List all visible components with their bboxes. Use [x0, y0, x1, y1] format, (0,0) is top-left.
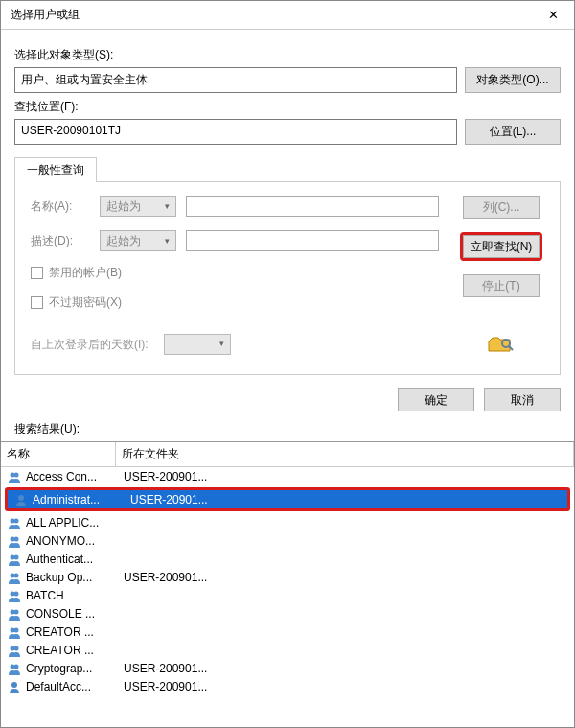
group-icon	[7, 662, 22, 675]
group-icon	[7, 534, 22, 548]
chevron-down-icon: ▾	[165, 201, 170, 211]
table-row[interactable]: CREATOR ...	[1, 622, 574, 641]
days-row: 自上次登录后的天数(I): ▾	[31, 334, 439, 355]
group-icon	[7, 589, 22, 602]
stop-button[interactable]: 停止(T)	[463, 274, 540, 297]
disabled-check-row[interactable]: 禁用的帐户(B)	[31, 265, 439, 281]
group-icon	[7, 625, 22, 639]
row-name: CREATOR ...	[26, 644, 120, 657]
name-label: 名称(A):	[31, 199, 90, 215]
svg-point-6	[14, 518, 19, 523]
svg-point-22	[14, 664, 19, 669]
row-folder: USER-200901...	[124, 680, 574, 693]
results-body[interactable]: Access Con...USER-200901...Administrat..…	[1, 467, 574, 727]
svg-point-10	[14, 554, 19, 559]
name-input[interactable]	[186, 196, 439, 217]
svg-point-23	[12, 682, 17, 688]
find-now-highlight: 立即查找(N)	[460, 232, 542, 261]
noexpire-check-label: 不过期密码(X)	[49, 294, 122, 311]
table-row[interactable]: Administrat...USER-20901...	[8, 490, 567, 508]
group-icon	[7, 607, 22, 621]
object-types-button[interactable]: 对象类型(O)...	[465, 67, 561, 93]
row-folder: USER-200901...	[124, 662, 574, 675]
close-button[interactable]: ✕	[532, 1, 574, 30]
group-icon	[7, 516, 22, 529]
row-name: CREATOR ...	[26, 625, 120, 639]
desc-row: 描述(D): 起始为▾	[31, 230, 439, 251]
row-name: Access Con...	[26, 470, 120, 483]
svg-point-4	[18, 495, 24, 501]
row-folder: USER-200901...	[124, 470, 574, 483]
table-row[interactable]: DefaultAcc...USER-200901...	[1, 677, 574, 695]
svg-point-8	[14, 536, 19, 541]
window-title: 选择用户或组	[11, 7, 532, 23]
chevron-down-icon: ▾	[219, 339, 224, 348]
name-combo[interactable]: 起始为▾	[100, 196, 176, 217]
cancel-button[interactable]: 取消	[484, 388, 561, 411]
results-header: 名称 所在文件夹	[1, 442, 574, 467]
row-name: DefaultAcc...	[26, 680, 120, 693]
desc-label: 描述(D):	[31, 233, 90, 249]
days-combo[interactable]: ▾	[164, 334, 231, 355]
days-label: 自上次登录后的天数(I):	[31, 337, 149, 353]
tab-common-queries[interactable]: 一般性查询	[14, 157, 97, 182]
row-name: BATCH	[26, 589, 120, 602]
svg-point-3	[14, 472, 19, 477]
content-upper: 选择此对象类型(S): 用户、组或内置安全主体 对象类型(O)... 查找位置(…	[1, 30, 574, 421]
row-name: Administrat...	[33, 493, 126, 506]
row-name: ALL APPLIC...	[26, 516, 120, 529]
table-row[interactable]: Backup Op...USER-200901...	[1, 568, 574, 586]
table-row[interactable]: Access Con...USER-200901...	[1, 467, 574, 485]
checkbox-icon	[31, 296, 43, 309]
checkbox-icon	[31, 267, 43, 279]
table-row[interactable]: CONSOLE ...	[1, 604, 574, 622]
table-row[interactable]: Authenticat...	[1, 550, 574, 568]
tabpanel: 名称(A): 起始为▾ 描述(D): 起始为▾ 禁用的帐户(B) 不过期密码(X…	[14, 181, 561, 375]
desc-input[interactable]	[186, 230, 439, 251]
location-label: 查找位置(F):	[14, 99, 561, 115]
svg-point-20	[14, 646, 19, 650]
table-row[interactable]: CREATOR ...	[1, 641, 574, 659]
row-name: CONSOLE ...	[26, 607, 120, 621]
svg-point-18	[14, 627, 19, 632]
tabs: 一般性查询 名称(A): 起始为▾ 描述(D): 起始为▾ 禁用的帐户(B)	[14, 156, 561, 375]
name-row: 名称(A): 起始为▾	[31, 196, 439, 217]
column-folder[interactable]: 所在文件夹	[116, 442, 574, 466]
desc-combo[interactable]: 起始为▾	[100, 230, 176, 251]
svg-point-16	[14, 609, 19, 614]
noexpire-check-row[interactable]: 不过期密码(X)	[31, 294, 439, 311]
table-row[interactable]: ANONYMO...	[1, 531, 574, 550]
row-folder: USER-20901...	[130, 493, 567, 506]
group-icon	[7, 571, 22, 584]
ok-button[interactable]: 确定	[398, 388, 474, 411]
column-name[interactable]: 名称	[1, 442, 116, 466]
search-folder-icon	[487, 334, 516, 355]
group-icon	[7, 644, 22, 657]
user-icon	[7, 680, 22, 693]
okcancel-row: 确定 取消	[14, 375, 561, 421]
find-now-button[interactable]: 立即查找(N)	[463, 235, 540, 258]
table-row[interactable]: BATCH	[1, 586, 574, 604]
object-type-label: 选择此对象类型(S):	[14, 47, 561, 63]
row-name: Backup Op...	[26, 571, 120, 584]
location-textbox[interactable]: USER-20090101TJ	[14, 119, 457, 145]
titlebar: 选择用户或组 ✕	[1, 1, 574, 30]
group-icon	[7, 470, 22, 483]
svg-point-12	[14, 573, 19, 577]
columns-button[interactable]: 列(C)...	[463, 196, 540, 219]
row-name: Cryptograp...	[26, 662, 120, 675]
group-icon	[7, 552, 22, 566]
selected-row-highlight: Administrat...USER-20901...	[5, 487, 570, 511]
locations-button[interactable]: 位置(L)...	[465, 119, 561, 145]
chevron-down-icon: ▾	[165, 236, 170, 246]
svg-point-14	[14, 591, 19, 596]
row-name: Authenticat...	[26, 552, 120, 566]
table-row[interactable]: Cryptograp...USER-200901...	[1, 659, 574, 677]
results: 名称 所在文件夹 Access Con...USER-200901...Admi…	[1, 441, 574, 727]
disabled-check-label: 禁用的帐户(B)	[49, 265, 122, 281]
row-folder: USER-200901...	[124, 571, 574, 584]
row-name: ANONYMO...	[26, 534, 120, 548]
table-row[interactable]: ALL APPLIC...	[1, 513, 574, 531]
results-label: 搜索结果(U):	[1, 421, 574, 437]
object-type-textbox[interactable]: 用户、组或内置安全主体	[14, 67, 457, 93]
